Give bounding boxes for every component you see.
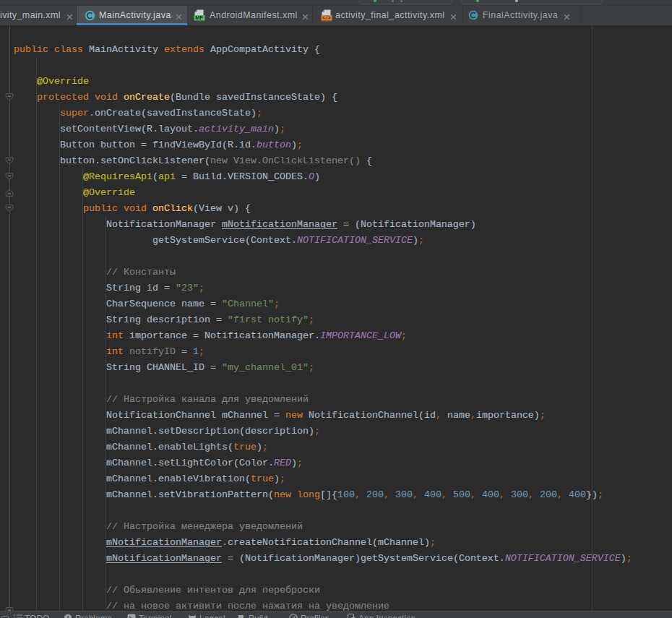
svg-text:MF: MF	[195, 14, 203, 21]
svg-text:</>: </>	[322, 16, 331, 21]
